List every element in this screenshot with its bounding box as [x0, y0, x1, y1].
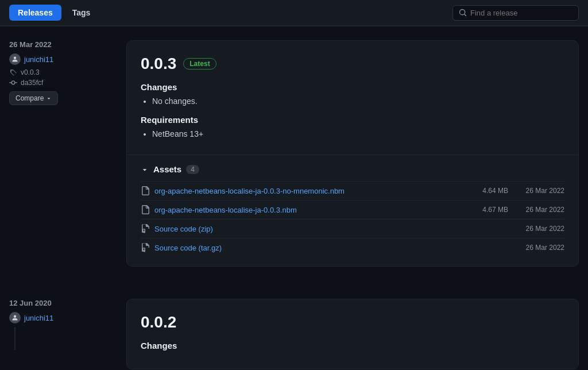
release-list: 0.0.3 Latest Changes No changes. Require…: [126, 40, 579, 285]
requirements-list: NetBeans 13+: [141, 129, 564, 138]
release-tag-1: v0.0.3: [9, 68, 113, 76]
main-content: 26 Mar 2022 junichi11 v0.0.3 da35fcf Com…: [0, 26, 588, 299]
nav-tabs: Releases Tags: [9, 5, 99, 21]
asset-name-3[interactable]: Source code (zip): [154, 225, 463, 233]
asset-name-2[interactable]: org-apache-netbeans-localise-ja-0.0.3.nb…: [154, 206, 463, 214]
commit-icon-1: [9, 79, 17, 87]
changes-item-1: No changes.: [152, 97, 564, 106]
asset-size-2: 4.67 MB: [468, 206, 508, 214]
username-1[interactable]: junichi11: [24, 55, 53, 64]
search-box: [452, 5, 579, 21]
tab-tags[interactable]: Tags: [64, 5, 99, 21]
asset-row-2: org-apache-netbeans-localise-ja-0.0.3.nb…: [141, 200, 564, 219]
changes-list: No changes.: [141, 97, 564, 106]
nbm-icon-1: [141, 186, 150, 195]
requirements-item-1: NetBeans 13+: [152, 129, 564, 138]
changes-title-2: Changes: [141, 341, 564, 350]
assets-count: 4: [186, 165, 199, 174]
compare-button-1[interactable]: Compare: [9, 91, 58, 105]
search-icon: [459, 9, 467, 17]
asset-row-3: Source code (zip) 26 Mar 2022: [141, 219, 564, 238]
tab-releases[interactable]: Releases: [9, 5, 61, 21]
release-commit-1: da35fcf: [9, 79, 113, 87]
tag-icon-1: [9, 68, 17, 76]
release-card-body-1: 0.0.3 Latest Changes No changes. Require…: [127, 41, 578, 155]
release-version-2: 0.0.2: [141, 313, 176, 332]
zip-icon: [141, 224, 150, 233]
asset-size-1: 4.64 MB: [468, 187, 508, 195]
requirements-title: Requirements: [141, 115, 564, 125]
asset-date-4: 26 Mar 2022: [513, 244, 564, 252]
commit-label-1: da35fcf: [21, 79, 43, 87]
username-2[interactable]: junichi11: [24, 314, 53, 322]
release-date-2: 12 Jun 2020: [9, 299, 113, 307]
release-sidebar-2: 12 Jun 2020 junichi11: [9, 299, 113, 369]
tag-label-1: v0.0.3: [21, 68, 40, 76]
changes-title: Changes: [141, 82, 564, 92]
asset-name-4[interactable]: Source code (tar.gz): [154, 244, 463, 252]
asset-date-3: 26 Mar 2022: [513, 225, 564, 233]
release-card-1: 0.0.3 Latest Changes No changes. Require…: [126, 40, 579, 267]
asset-name-1[interactable]: org-apache-netbeans-localise-ja-0.0.3-no…: [154, 187, 463, 195]
asset-row-1: org-apache-netbeans-localise-ja-0.0.3-no…: [141, 181, 564, 200]
chevron-down-icon: [46, 95, 52, 101]
release-card-body-2: 0.0.2 Changes: [127, 299, 578, 369]
search-input[interactable]: [470, 9, 572, 17]
second-release-row: 12 Jun 2020 junichi11 0.0.2 Changes: [0, 299, 588, 370]
asset-date-1: 26 Mar 2022: [513, 187, 564, 195]
release-version-1: 0.0.3: [141, 55, 176, 73]
release-header-2: 0.0.2: [141, 313, 564, 332]
nbm-icon-2: [141, 205, 150, 214]
release-author-1: junichi11: [9, 53, 113, 65]
assets-label: Assets: [153, 164, 181, 174]
assets-section-1: Assets 4 org-apache-netbeans-localise-ja…: [127, 155, 578, 266]
asset-date-2: 26 Mar 2022: [513, 206, 564, 214]
release-date-1: 26 Mar 2022: [9, 40, 113, 49]
asset-row-4: Source code (tar.gz) 26 Mar 2022: [141, 238, 564, 257]
top-nav: Releases Tags: [0, 0, 588, 26]
release-header-1: 0.0.3 Latest: [141, 55, 564, 73]
release-author-2: junichi11: [9, 312, 113, 323]
chevron-down-icon-assets: [141, 165, 149, 174]
assets-header[interactable]: Assets 4: [141, 164, 564, 174]
timeline-line: [14, 327, 113, 350]
latest-badge: Latest: [183, 58, 216, 70]
release-card-2: 0.0.2 Changes: [126, 299, 579, 369]
avatar-2: [9, 312, 21, 323]
tar-icon: [141, 243, 150, 252]
release-sidebar-1: 26 Mar 2022 junichi11 v0.0.3 da35fcf Com…: [9, 40, 113, 285]
avatar-1: [9, 53, 21, 65]
